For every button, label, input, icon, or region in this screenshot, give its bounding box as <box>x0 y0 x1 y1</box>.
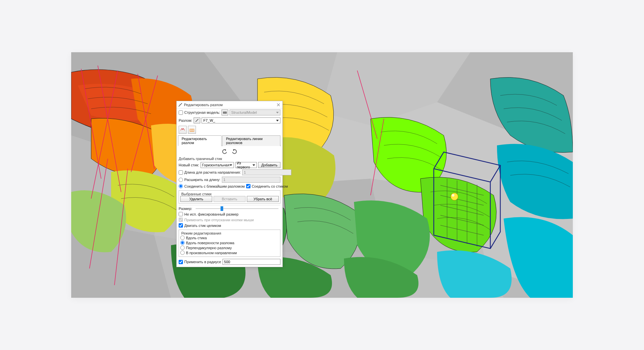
slider-thumb[interactable] <box>221 206 223 211</box>
tab-panel: Добавить граничный стик Новый стик: Гори… <box>177 146 282 267</box>
wings-icon <box>180 127 185 132</box>
3d-viewport[interactable] <box>71 52 573 298</box>
app-frame: Редактировать разлом Структурная модель:… <box>71 52 573 298</box>
apply-radius-checkbox[interactable] <box>179 260 183 264</box>
close-button[interactable] <box>276 102 281 107</box>
mode-along-stick-label: Вдоль стика <box>186 236 207 240</box>
fixed-size-row: Не исп. фиксированный размер <box>179 211 280 217</box>
fault-value: F7_W_ <box>203 118 215 122</box>
size-label: Размер: <box>179 207 192 211</box>
svg-point-35 <box>452 194 454 197</box>
svg-rect-40 <box>223 112 227 113</box>
edit-fault-dialog[interactable]: Редактировать разлом Структурная модель:… <box>176 101 283 267</box>
svg-line-41 <box>196 119 198 122</box>
fault-select[interactable]: F7_W_ <box>202 117 280 123</box>
undo-button[interactable] <box>222 149 228 155</box>
move-whole-label: Двигать стик целиком <box>184 224 221 228</box>
mode-along-stick-row: Вдоль стика <box>180 235 279 240</box>
structural-model-row: Структурная модель: StructuralModel <box>177 108 282 116</box>
mode-arbitrary-label: В произвольном направлении <box>186 251 237 255</box>
dialog-titlebar[interactable]: Редактировать разлом <box>177 101 282 108</box>
separator <box>179 205 280 205</box>
orientation-select[interactable]: Горизонтальная <box>201 162 234 168</box>
structural-model-label: Структурная модель: <box>184 110 220 114</box>
from-select[interactable]: Из первого <box>235 162 257 168</box>
apply-release-label: Применить при отпускании кнопки мыши <box>184 218 254 222</box>
extend-radio[interactable] <box>179 178 183 182</box>
mode-arbitrary-radio[interactable] <box>180 251 185 255</box>
tool-button-2[interactable] <box>188 126 196 134</box>
mode-perpendicular-radio[interactable] <box>180 246 185 250</box>
mode-along-stick-radio[interactable] <box>180 236 185 240</box>
close-icon <box>277 103 280 106</box>
svg-rect-42 <box>190 129 194 131</box>
no-fixed-size-checkbox[interactable] <box>179 212 183 216</box>
selected-sticks-fieldset: Выбранные стики Удалить Вставить Убрать … <box>179 190 280 204</box>
structural-model-icon <box>222 109 228 115</box>
selected-sticks-buttons: Удалить Вставить Убрать всё <box>180 196 279 202</box>
chevron-down-icon <box>276 112 279 113</box>
grid-tool-icon <box>189 127 195 132</box>
extend-input[interactable] <box>222 177 280 183</box>
extend-row: Расширить на длину: <box>179 176 280 183</box>
selected-sticks-legend: Выбранные стики <box>180 192 213 196</box>
dialog-toolbar <box>177 124 282 135</box>
length-calc-checkbox[interactable] <box>179 170 183 175</box>
tab-edit-lines[interactable]: Редактировать линии разломов <box>222 135 280 146</box>
extend-label: Расширить на длину: <box>184 178 221 182</box>
apply-radius-label: Применить в радиусе <box>184 260 221 264</box>
fault-select-icon <box>194 117 200 123</box>
tool-button-1[interactable] <box>179 126 187 134</box>
connect-fault-radio[interactable] <box>179 184 183 188</box>
dialog-title: Редактировать разлом <box>184 103 276 107</box>
add-boundary-stick-label: Добавить граничный стик <box>179 156 280 161</box>
connect-row: Соединить с ближайшим разломом Соединить… <box>179 183 280 189</box>
apply-radius-row: Применить в радиусе <box>179 258 280 265</box>
no-fixed-size-label: Не исп. фиксированный размер <box>184 212 239 216</box>
edit-mode-fieldset: Режим редактирования Вдоль стика Вдоль п… <box>179 230 280 257</box>
structural-model-select[interactable]: StructuralModel <box>230 109 280 115</box>
mode-arbitrary-row: В произвольном направлении <box>180 250 279 255</box>
orientation-value: Горизонтальная <box>202 163 230 167</box>
length-calc-input[interactable] <box>242 169 291 175</box>
from-value: Из первого <box>237 161 253 169</box>
undo-redo-row <box>179 147 280 156</box>
fault-icon <box>178 102 183 107</box>
dialog-tabs: Редактировать разлом Редактировать линии… <box>178 135 281 146</box>
move-whole-checkbox[interactable] <box>179 223 183 228</box>
connect-stick-checkbox[interactable] <box>246 184 250 188</box>
mode-perpendicular-row: Перпендикулярно разлому <box>180 245 279 250</box>
apply-release-row: Применить при отпускании кнопки мыши <box>179 217 280 223</box>
mode-along-surface-label: Вдоль поверхности разлома <box>186 241 234 245</box>
tab-edit-fault[interactable]: Редактировать разлом <box>178 135 222 146</box>
chevron-down-icon <box>252 164 255 166</box>
new-stick-row: Новый стик: Горизонтальная Из первого До… <box>179 161 280 169</box>
connect-fault-label: Соединить с ближайшим разломом <box>184 184 245 188</box>
length-calc-label: Длина для расчета направления: <box>184 170 241 174</box>
new-stick-label: Новый стик: <box>179 163 199 167</box>
insert-button: Вставить <box>214 196 245 202</box>
apply-release-checkbox <box>179 218 183 222</box>
fault-label: Разлом: <box>179 118 192 122</box>
mode-along-surface-row: Вдоль поверхности разлома <box>180 240 279 245</box>
structural-model-value: StructuralModel <box>231 110 257 114</box>
edit-mode-legend: Режим редактирования <box>180 231 222 235</box>
chevron-down-icon <box>230 164 232 166</box>
redo-button[interactable] <box>231 149 237 155</box>
length-calc-row: Длина для расчета направления: <box>179 169 280 176</box>
fault-row: Разлом: F7_W_ <box>177 116 282 124</box>
connect-stick-label: Соединить со стиком <box>252 184 288 188</box>
structural-model-checkbox[interactable] <box>179 110 183 115</box>
add-button[interactable]: Добавить <box>258 162 280 168</box>
chevron-down-icon <box>276 120 279 121</box>
size-slider[interactable] <box>196 208 278 209</box>
size-row: Размер: <box>179 206 280 211</box>
svg-point-34 <box>451 193 458 200</box>
mode-along-surface-radio[interactable] <box>180 241 185 245</box>
delete-button[interactable]: Удалить <box>180 196 212 202</box>
remove-all-button[interactable]: Убрать всё <box>247 196 279 202</box>
move-whole-row: Двигать стик целиком <box>179 223 280 228</box>
mode-perpendicular-label: Перпендикулярно разлому <box>186 246 232 250</box>
apply-radius-input[interactable] <box>223 259 280 265</box>
